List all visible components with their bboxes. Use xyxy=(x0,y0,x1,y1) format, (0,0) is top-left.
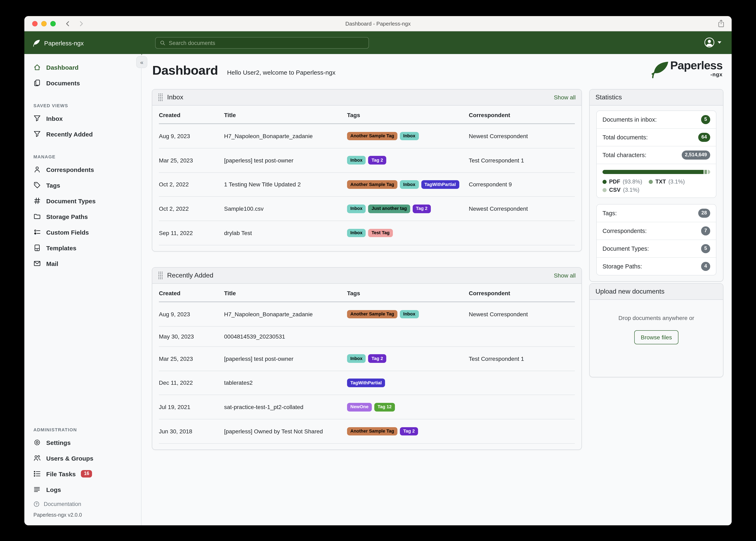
document-row[interactable]: Oct 2, 20221 Testing New Title Updated 2… xyxy=(159,172,575,197)
sidebar-item-tags[interactable]: Tags xyxy=(24,177,141,193)
tag-badge-tagwithpartial[interactable]: TagWithPartial xyxy=(421,180,459,189)
tag-badge-test-tag[interactable]: Test Tag xyxy=(368,229,393,237)
tag-badge-tag-2[interactable]: Tag 2 xyxy=(368,354,386,363)
tag-badge-tag-2[interactable]: Tag 2 xyxy=(413,205,431,213)
show-all-link[interactable]: Show all xyxy=(554,272,576,279)
sidebar-item-settings[interactable]: Settings xyxy=(24,435,141,450)
search-input[interactable]: Search documents xyxy=(155,37,369,49)
minimize-window-button[interactable] xyxy=(41,21,47,26)
leaf-logo-icon xyxy=(651,61,669,79)
document-row[interactable]: Mar 25, 2023[paperless] test post-ownerI… xyxy=(159,346,575,371)
sidebar-collapse-button[interactable]: « xyxy=(136,56,147,68)
legend-dot-icon xyxy=(602,180,607,184)
file-type-segment-txt xyxy=(704,170,707,174)
sidebar-item-correspondents[interactable]: Correspondents xyxy=(24,162,141,177)
brand[interactable]: Paperless-ngx xyxy=(33,39,84,47)
tag-badge-another-sample-tag[interactable]: Another Sample Tag xyxy=(347,427,397,436)
tag-badge-another-sample-tag[interactable]: Another Sample Tag xyxy=(347,310,397,318)
back-icon[interactable] xyxy=(65,20,71,27)
tag-badge-tag-12[interactable]: Tag 12 xyxy=(374,403,395,411)
document-row[interactable]: Sep 11, 2022drylab TestInboxTest Tag xyxy=(159,221,575,245)
sidebar-item-document-types[interactable]: Document Types xyxy=(24,193,141,209)
sidebar-section-label-administration: ADMINISTRATION xyxy=(24,425,141,435)
sidebar-item-templates[interactable]: Templates xyxy=(24,240,141,256)
tags-cell: InboxTag 2 xyxy=(347,346,469,371)
tag-badge-just-another-tag[interactable]: Just another tag xyxy=(368,205,410,213)
page-title: Dashboard xyxy=(152,63,218,78)
tag-badge-tag-2[interactable]: Tag 2 xyxy=(368,156,386,165)
card-header: Inbox Show all xyxy=(152,90,581,106)
sidebar-item-label: Mail xyxy=(46,260,58,267)
house-icon xyxy=(33,64,41,71)
drag-handle-icon[interactable] xyxy=(158,271,163,279)
title-cell: 0004814539_20230531 xyxy=(224,326,347,346)
sidebar-item-documents[interactable]: Documents xyxy=(24,75,141,91)
sidebar-item-file-tasks[interactable]: File Tasks16 xyxy=(24,466,141,482)
documents-table: CreatedTitleTagsCorrespondent Aug 9, 202… xyxy=(159,106,575,245)
sidebar-item-documentation[interactable]: ?Documentation xyxy=(24,497,141,510)
sidebar-item-recently-added[interactable]: Recently Added xyxy=(24,126,141,142)
forward-icon[interactable] xyxy=(78,20,84,27)
correspondent-cell: Correspondent 9 xyxy=(469,172,575,197)
tag-badge-another-sample-tag[interactable]: Another Sample Tag xyxy=(347,180,397,189)
tag-badge-inbox[interactable]: Inbox xyxy=(347,229,366,237)
sidebar-item-mail[interactable]: Mail xyxy=(24,256,141,271)
document-row[interactable]: Jun 30, 2018[paperless] Owned by Test No… xyxy=(159,419,575,443)
tag-badge-tag-2[interactable]: Tag 2 xyxy=(400,427,418,436)
stat-value-badge: 4 xyxy=(701,262,710,271)
sidebar-item-custom-fields[interactable]: Custom Fields xyxy=(24,224,141,240)
screen: Dashboard - Paperless-ngx Paperless-ngx … xyxy=(0,0,756,541)
column-header-created: Created xyxy=(159,284,224,302)
sidebar-item-users-groups[interactable]: Users & Groups xyxy=(24,450,141,466)
document-row[interactable]: Aug 9, 2023H7_Napoleon_Bonaparte_zadanie… xyxy=(159,302,575,326)
tag-badge-tagwithpartial[interactable]: TagWithPartial xyxy=(347,378,385,387)
tag-badge-inbox[interactable]: Inbox xyxy=(347,156,366,165)
stat-label: Total characters: xyxy=(602,152,646,158)
tag-badge-inbox[interactable]: Inbox xyxy=(347,354,366,363)
correspondent-cell: Test Correspondent 1 xyxy=(469,346,575,371)
tag-badge-inbox[interactable]: Inbox xyxy=(400,310,419,318)
tag-badge-inbox[interactable]: Inbox xyxy=(347,205,366,213)
sidebar-item-dashboard[interactable]: Dashboard xyxy=(24,59,141,75)
browse-files-button[interactable]: Browse files xyxy=(634,330,679,344)
document-row[interactable]: Oct 2, 2022Sample100.csvInboxJust anothe… xyxy=(159,197,575,221)
created-cell: Aug 9, 2023 xyxy=(159,302,224,326)
tag-badge-another-sample-tag[interactable]: Another Sample Tag xyxy=(347,132,397,140)
hash-icon xyxy=(33,197,41,205)
document-row[interactable]: Aug 9, 2023H7_Napoleon_Bonaparte_zadanie… xyxy=(159,124,575,148)
drag-handle-icon[interactable] xyxy=(158,93,163,101)
share-icon[interactable] xyxy=(717,19,725,28)
tag-badge-inbox[interactable]: Inbox xyxy=(400,180,419,189)
title-cell: 1 Testing New Title Updated 2 xyxy=(224,172,347,197)
zoom-window-button[interactable] xyxy=(50,21,56,26)
document-row[interactable]: Dec 11, 2022tablerates2TagWithPartial xyxy=(159,371,575,395)
people-icon xyxy=(33,454,41,462)
document-row[interactable]: Jul 19, 2021sat-practice-test-1_pt2-coll… xyxy=(159,395,575,419)
sidebar-item-inbox[interactable]: Inbox xyxy=(24,111,141,126)
file-tasks-count-badge: 16 xyxy=(81,470,92,477)
document-row[interactable]: Mar 25, 2023[paperless] test post-ownerI… xyxy=(159,148,575,173)
user-menu[interactable] xyxy=(704,37,721,48)
sliders-icon xyxy=(33,229,41,236)
tag-badge-inbox[interactable]: Inbox xyxy=(400,132,419,140)
document-row[interactable]: May 30, 20230004814539_20230531 xyxy=(159,326,575,346)
legend-item-txt: TXT(3.1%) xyxy=(649,179,685,185)
tags-cell: InboxTag 2 xyxy=(347,148,469,173)
close-window-button[interactable] xyxy=(32,21,38,26)
sidebar-item-storage-paths[interactable]: Storage Paths xyxy=(24,209,141,224)
file-type-distribution: PDF(93.8%)TXT(3.1%)CSV(3.1%) xyxy=(597,164,716,198)
legend-name: PDF xyxy=(609,179,620,185)
sidebar-item-label: Settings xyxy=(46,439,71,446)
title-cell: [paperless] test post-owner xyxy=(224,346,347,371)
drop-zone-text: Drop documents anywhere or xyxy=(590,314,723,321)
sidebar-item-logs[interactable]: Logs xyxy=(24,482,141,497)
statistics-title: Statistics xyxy=(595,94,622,101)
column-header-correspondent: Correspondent xyxy=(469,284,575,302)
tag-badge-newone[interactable]: NewOne xyxy=(347,403,372,411)
logo-suffix: -ngx xyxy=(710,71,723,78)
created-cell: Dec 11, 2022 xyxy=(159,371,224,395)
app-header: Paperless-ngx Search documents xyxy=(24,31,732,55)
show-all-link[interactable]: Show all xyxy=(554,94,576,101)
greeting-text: Hello User2, welcome to Paperless-ngx xyxy=(227,69,335,76)
avatar-icon xyxy=(704,37,715,48)
